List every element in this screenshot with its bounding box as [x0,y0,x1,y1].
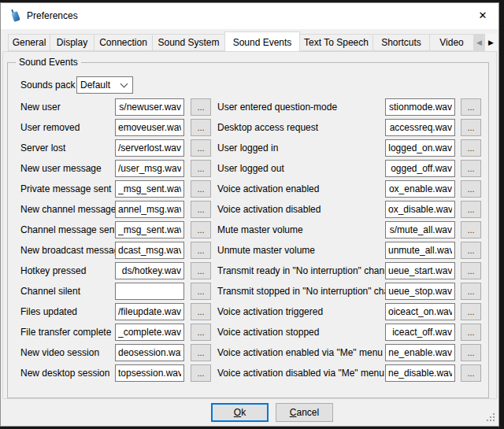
sound-file-input[interactable] [115,262,184,279]
sound-event-row: Transmit stopped in "No interruption" ch… [217,283,485,300]
browse-button[interactable]: ... [191,201,211,218]
sound-event-row: Hotkey pressed... [20,262,213,279]
sound-file-input[interactable] [385,221,455,239]
tab-connection[interactable]: Connection [94,34,153,51]
tab-display[interactable]: Display [50,34,94,51]
sound-file-input[interactable] [115,201,184,218]
browse-button[interactable]: ... [461,119,481,136]
sound-event-label: Voice activation disabled via "Me" menu [217,364,384,382]
sound-file-input[interactable] [385,303,455,320]
browse-button[interactable]: ... [461,303,481,320]
browse-button[interactable]: ... [191,283,211,300]
sound-file-input[interactable] [115,364,184,382]
sound-event-row: Voice activation triggered... [217,303,485,320]
browse-button[interactable]: ... [461,160,481,177]
sound-file-input[interactable] [115,180,184,198]
sound-file-input[interactable] [115,98,184,116]
browse-button[interactable]: ... [191,242,211,259]
browse-button[interactable]: ... [191,303,211,320]
tab-general[interactable]: General [8,34,50,51]
sound-event-row: Voice activation stopped... [217,324,485,341]
sound-event-row: New video session... [20,344,213,361]
browse-button[interactable]: ... [461,262,481,279]
sound-event-row: New user... [20,98,213,116]
window-title: Preferences [27,3,78,29]
browse-button[interactable]: ... [191,180,211,198]
browse-button[interactable]: ... [191,324,211,341]
sound-file-input[interactable] [385,242,455,259]
browse-button[interactable]: ... [191,160,211,177]
sound-file-input[interactable] [115,119,184,136]
browse-button[interactable]: ... [461,283,481,300]
cancel-button[interactable]: Cancel [276,403,333,422]
sound-file-input[interactable] [115,303,184,320]
sound-file-input[interactable] [385,98,455,116]
sound-event-row: User removed... [20,119,213,136]
browse-button[interactable]: ... [461,139,481,157]
sound-file-input[interactable] [115,344,184,361]
browse-button[interactable]: ... [191,262,211,279]
browse-button[interactable]: ... [191,98,211,116]
sound-file-input[interactable] [115,160,184,177]
sound-file-input[interactable] [385,119,455,136]
app-icon [9,9,22,22]
sound-event-label: Voice activation triggered [217,303,323,320]
sound-event-row: Voice activation enabled... [217,180,485,198]
tab-sound-system[interactable]: Sound System [152,34,225,51]
browse-button[interactable]: ... [191,119,211,136]
tab-video[interactable]: Video [429,34,474,51]
browse-button[interactable]: ... [191,139,211,157]
browse-button[interactable]: ... [461,201,481,218]
resize-grip[interactable] [487,420,488,421]
tab-scroll-right-button[interactable]: ▶ [485,34,497,51]
sound-file-input[interactable] [385,201,455,218]
titlebar[interactable]: Preferences ✕ [1,3,498,29]
sound-event-row: Channel message sent... [20,221,213,239]
sound-file-input[interactable] [385,180,455,198]
browse-button[interactable]: ... [461,242,481,259]
sounds-pack-select[interactable]: Default [76,76,133,94]
browse-button[interactable]: ... [461,364,481,382]
sound-file-input[interactable] [115,324,184,341]
browse-button[interactable]: ... [461,324,481,341]
browse-button[interactable]: ... [191,364,211,382]
browse-button[interactable]: ... [461,180,481,198]
sound-event-row: Voice activation enabled via "Me" menu..… [217,344,485,361]
browse-button[interactable]: ... [191,344,211,361]
sound-file-input[interactable] [385,344,455,361]
sound-file-input[interactable] [115,221,184,239]
sound-file-input[interactable] [115,242,184,259]
browse-button[interactable]: ... [191,221,211,239]
sound-file-input[interactable] [385,139,455,157]
sound-event-label: New broadcast message [20,242,124,259]
sound-event-row: New desktop session... [20,364,213,382]
sound-file-input[interactable] [385,262,455,279]
sound-file-input[interactable] [385,160,455,177]
sound-events-right-column: User entered question-mode...Desktop acc… [217,98,485,385]
tab-scroll-left-button[interactable]: ◀ [473,34,485,51]
sound-event-label: User removed [20,119,80,136]
ok-button[interactable]: Ok [211,403,269,422]
groupbox-title: Sound Events [16,57,81,68]
sound-events-groupbox: Sound Events Sounds pack Default New use… [7,62,489,398]
sound-event-row: Unmute master volume... [217,242,485,259]
browse-button[interactable]: ... [461,344,481,361]
tab-shortcuts[interactable]: Shortcuts [372,34,430,51]
sound-file-input[interactable] [115,283,184,300]
sound-event-row: Private message sent... [20,180,213,198]
close-button[interactable]: ✕ [470,3,495,28]
sound-file-input[interactable] [385,364,455,382]
sound-file-input[interactable] [115,139,184,157]
sound-event-row: New user message... [20,160,213,177]
sound-file-input[interactable] [385,324,455,341]
tab-bar: GeneralDisplayConnectionSound SystemSoun… [8,31,477,51]
tab-text-to-speech[interactable]: Text To Speech [299,34,373,51]
sound-event-row: User logged out... [217,160,485,177]
sound-event-label: New user message [20,160,102,177]
sound-file-input[interactable] [385,283,455,300]
right-arrow-icon: ▶ [488,39,494,46]
browse-button[interactable]: ... [461,221,481,239]
browse-button[interactable]: ... [461,98,481,116]
tab-sound-events[interactable]: Sound Events [224,31,300,51]
chevron-down-icon [120,80,128,88]
